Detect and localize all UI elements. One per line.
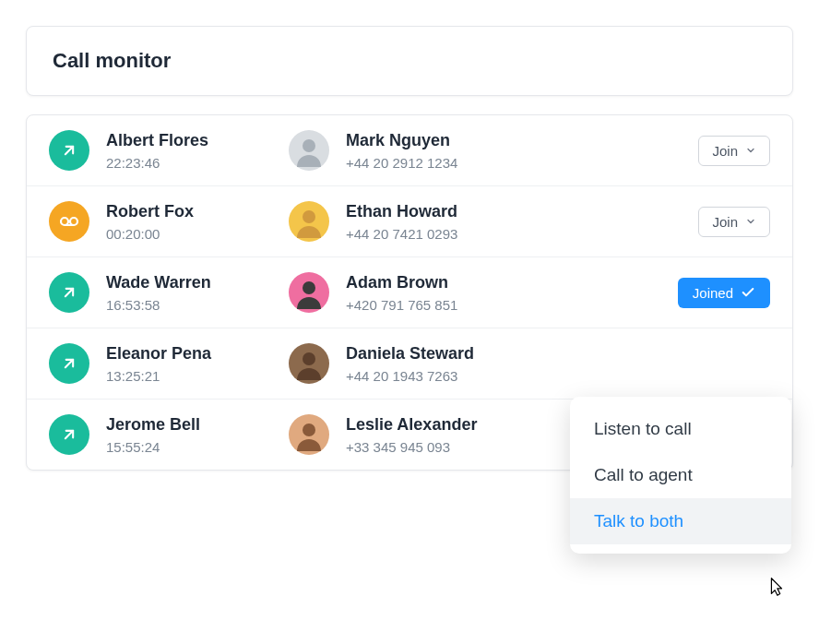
svg-point-2 <box>303 139 315 152</box>
voicemail-icon <box>49 201 89 242</box>
cursor-pointer-icon <box>765 575 789 599</box>
join-label: Join <box>712 143 738 159</box>
contact-avatar <box>289 343 329 384</box>
agent-name: Albert Flores <box>106 130 272 151</box>
contact-info: Mark Nguyen +44 20 2912 1234 <box>346 130 682 170</box>
svg-line-11 <box>65 360 73 367</box>
agent-name: Robert Fox <box>106 201 272 222</box>
contact-avatar <box>289 130 329 171</box>
svg-point-13 <box>303 352 315 365</box>
call-row: Robert Fox 00:20:00 Ethan Howard +44 20 … <box>27 186 792 257</box>
menu-item-call-agent[interactable]: Call to agent <box>570 452 791 498</box>
contact-phone: +44 20 1943 7263 <box>346 368 754 384</box>
join-button[interactable]: Join <box>698 136 770 166</box>
joined-label: Joined <box>693 285 733 301</box>
header-card: Call monitor <box>26 26 793 96</box>
contact-phone: +44 20 2912 1234 <box>346 155 682 171</box>
outgoing-call-icon <box>49 414 89 455</box>
svg-line-0 <box>65 147 73 154</box>
call-row: Albert Flores 22:23:46 Mark Nguyen +44 2… <box>27 115 792 186</box>
agent-name: Jerome Bell <box>106 414 272 435</box>
svg-point-10 <box>303 281 315 294</box>
join-button[interactable]: Join <box>698 207 770 237</box>
agent-name: Wade Warren <box>106 272 272 293</box>
contact-phone: +420 791 765 851 <box>346 297 661 313</box>
page-title: Call monitor <box>53 49 766 73</box>
chevron-down-icon <box>745 145 756 156</box>
svg-point-16 <box>303 423 315 436</box>
outgoing-call-icon <box>49 343 89 384</box>
call-row: Eleanor Pena 13:25:21 Daniela Steward +4… <box>27 328 792 400</box>
svg-point-7 <box>303 210 315 223</box>
call-duration: 13:25:21 <box>106 368 272 384</box>
agent-info: Jerome Bell 15:55:24 <box>106 414 272 454</box>
join-dropdown-menu: Listen to call Call to agent Talk to bot… <box>570 397 791 554</box>
call-duration: 15:55:24 <box>106 439 272 455</box>
call-duration: 00:20:00 <box>106 226 272 242</box>
agent-name: Eleanor Pena <box>106 343 272 364</box>
call-duration: 16:53:58 <box>106 297 272 313</box>
contact-info: Daniela Steward +44 20 1943 7263 <box>346 343 754 383</box>
menu-item-talk-both[interactable]: Talk to both <box>570 498 791 544</box>
svg-line-14 <box>65 431 73 438</box>
agent-info: Wade Warren 16:53:58 <box>106 272 272 312</box>
menu-item-listen[interactable]: Listen to call <box>570 406 791 452</box>
outgoing-call-icon <box>49 130 89 171</box>
svg-line-8 <box>65 289 73 296</box>
outgoing-call-icon <box>49 272 89 313</box>
agent-info: Albert Flores 22:23:46 <box>106 130 272 170</box>
contact-avatar <box>289 272 329 313</box>
join-label: Join <box>712 214 738 230</box>
check-icon <box>741 285 755 300</box>
contact-name: Daniela Steward <box>346 343 754 364</box>
contact-avatar <box>289 201 329 242</box>
contact-avatar <box>289 414 329 455</box>
svg-point-3 <box>61 218 68 225</box>
chevron-down-icon <box>745 216 756 227</box>
action-cell: Join <box>698 136 770 166</box>
contact-name: Mark Nguyen <box>346 130 682 151</box>
joined-button[interactable]: Joined <box>678 278 770 308</box>
call-row: Wade Warren 16:53:58 Adam Brown +420 791… <box>27 257 792 328</box>
contact-name: Adam Brown <box>346 272 661 293</box>
contact-name: Ethan Howard <box>346 201 682 222</box>
svg-point-4 <box>70 218 77 225</box>
call-duration: 22:23:46 <box>106 155 272 171</box>
contact-info: Ethan Howard +44 20 7421 0293 <box>346 201 682 241</box>
contact-phone: +44 20 7421 0293 <box>346 226 682 242</box>
contact-info: Adam Brown +420 791 765 851 <box>346 272 661 312</box>
agent-info: Robert Fox 00:20:00 <box>106 201 272 241</box>
agent-info: Eleanor Pena 13:25:21 <box>106 343 272 383</box>
action-cell: Join <box>698 207 770 237</box>
action-cell: Joined <box>678 278 770 308</box>
